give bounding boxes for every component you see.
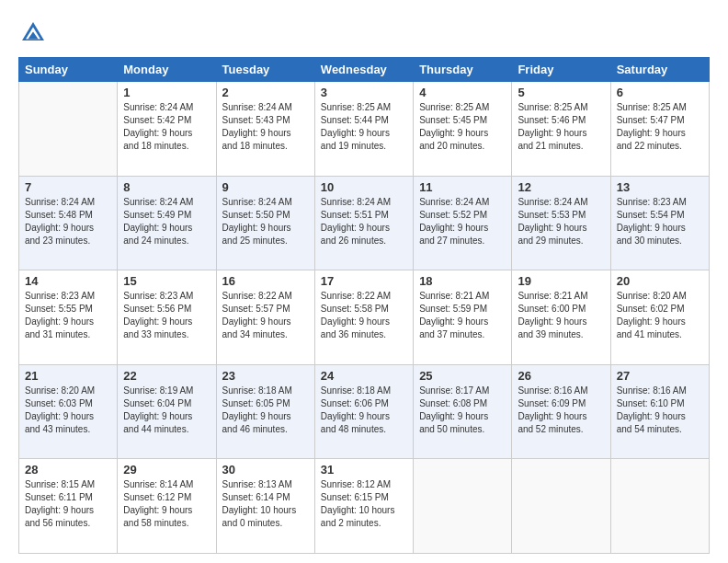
day-number: 13 <box>617 180 703 194</box>
day-number: 14 <box>25 274 111 288</box>
day-info: Sunrise: 8:24 AMSunset: 5:43 PMDaylight:… <box>222 101 309 153</box>
calendar-cell: 4Sunrise: 8:25 AMSunset: 5:45 PMDaylight… <box>414 82 512 177</box>
day-info: Sunrise: 8:25 AMSunset: 5:47 PMDaylight:… <box>617 101 703 153</box>
day-info: Sunrise: 8:25 AMSunset: 5:44 PMDaylight:… <box>321 101 407 153</box>
calendar-cell <box>512 459 610 554</box>
weekday-header-row: SundayMondayTuesdayWednesdayThursdayFrid… <box>19 58 710 82</box>
calendar-cell: 8Sunrise: 8:24 AMSunset: 5:49 PMDaylight… <box>118 176 216 270</box>
weekday-header-cell: Saturday <box>610 58 709 82</box>
calendar-cell: 27Sunrise: 8:16 AMSunset: 6:10 PMDayligh… <box>610 364 709 459</box>
weekday-header-cell: Thursday <box>414 58 512 82</box>
calendar-cell: 25Sunrise: 8:17 AMSunset: 6:08 PMDayligh… <box>414 364 512 459</box>
day-number: 15 <box>123 274 210 288</box>
day-number: 5 <box>518 86 604 99</box>
calendar-cell: 1Sunrise: 8:24 AMSunset: 5:42 PMDaylight… <box>118 82 216 177</box>
day-info: Sunrise: 8:20 AMSunset: 6:03 PMDaylight:… <box>25 385 111 436</box>
day-info: Sunrise: 8:18 AMSunset: 6:06 PMDaylight:… <box>321 385 407 436</box>
day-number: 7 <box>25 180 111 194</box>
day-number: 2 <box>222 86 309 99</box>
calendar-week-row: 21Sunrise: 8:20 AMSunset: 6:03 PMDayligh… <box>19 364 710 459</box>
day-info: Sunrise: 8:23 AMSunset: 5:56 PMDaylight:… <box>123 290 210 341</box>
day-info: Sunrise: 8:24 AMSunset: 5:48 PMDaylight:… <box>25 196 111 247</box>
logo-icon <box>18 18 48 48</box>
calendar-week-row: 28Sunrise: 8:15 AMSunset: 6:11 PMDayligh… <box>19 459 710 554</box>
calendar-cell: 26Sunrise: 8:16 AMSunset: 6:09 PMDayligh… <box>512 364 610 459</box>
calendar-cell: 19Sunrise: 8:21 AMSunset: 6:00 PMDayligh… <box>512 270 610 365</box>
weekday-header-cell: Monday <box>118 58 216 82</box>
weekday-header-cell: Sunday <box>19 58 118 82</box>
day-number: 30 <box>222 463 309 477</box>
day-info: Sunrise: 8:16 AMSunset: 6:10 PMDaylight:… <box>617 385 703 436</box>
day-info: Sunrise: 8:24 AMSunset: 5:51 PMDaylight:… <box>321 196 407 247</box>
day-number: 16 <box>222 274 309 288</box>
day-number: 12 <box>518 180 604 194</box>
page: SundayMondayTuesdayWednesdayThursdayFrid… <box>0 0 728 563</box>
logo <box>18 18 51 48</box>
day-info: Sunrise: 8:21 AMSunset: 5:59 PMDaylight:… <box>419 290 506 341</box>
day-number: 19 <box>518 274 604 288</box>
calendar-cell: 11Sunrise: 8:24 AMSunset: 5:52 PMDayligh… <box>414 176 512 270</box>
calendar-cell: 2Sunrise: 8:24 AMSunset: 5:43 PMDaylight… <box>216 82 314 177</box>
calendar-cell: 22Sunrise: 8:19 AMSunset: 6:04 PMDayligh… <box>118 364 216 459</box>
day-info: Sunrise: 8:23 AMSunset: 5:55 PMDaylight:… <box>25 290 111 341</box>
calendar-week-row: 14Sunrise: 8:23 AMSunset: 5:55 PMDayligh… <box>19 270 710 365</box>
calendar-cell: 13Sunrise: 8:23 AMSunset: 5:54 PMDayligh… <box>610 176 709 270</box>
calendar-week-row: 7Sunrise: 8:24 AMSunset: 5:48 PMDaylight… <box>19 176 710 270</box>
day-number: 8 <box>123 180 210 194</box>
day-number: 28 <box>25 463 111 477</box>
calendar-cell: 15Sunrise: 8:23 AMSunset: 5:56 PMDayligh… <box>118 270 216 365</box>
day-number: 1 <box>123 86 210 99</box>
day-number: 4 <box>419 86 506 99</box>
header <box>18 18 710 48</box>
day-info: Sunrise: 8:15 AMSunset: 6:11 PMDaylight:… <box>25 478 111 530</box>
calendar-cell <box>19 82 118 177</box>
day-info: Sunrise: 8:25 AMSunset: 5:45 PMDaylight:… <box>419 101 506 153</box>
day-number: 27 <box>617 369 703 383</box>
day-number: 6 <box>617 86 703 99</box>
day-number: 18 <box>419 274 506 288</box>
day-info: Sunrise: 8:23 AMSunset: 5:54 PMDaylight:… <box>617 196 703 247</box>
calendar-cell: 14Sunrise: 8:23 AMSunset: 5:55 PMDayligh… <box>19 270 118 365</box>
calendar-cell: 17Sunrise: 8:22 AMSunset: 5:58 PMDayligh… <box>314 270 413 365</box>
day-number: 24 <box>321 369 407 383</box>
calendar-cell: 10Sunrise: 8:24 AMSunset: 5:51 PMDayligh… <box>314 176 413 270</box>
day-info: Sunrise: 8:24 AMSunset: 5:42 PMDaylight:… <box>123 101 210 153</box>
calendar-cell <box>610 459 709 554</box>
day-info: Sunrise: 8:24 AMSunset: 5:50 PMDaylight:… <box>222 196 309 247</box>
calendar-cell: 31Sunrise: 8:12 AMSunset: 6:15 PMDayligh… <box>314 459 413 554</box>
weekday-header-cell: Friday <box>512 58 610 82</box>
calendar-week-row: 1Sunrise: 8:24 AMSunset: 5:42 PMDaylight… <box>19 82 710 177</box>
calendar-cell: 16Sunrise: 8:22 AMSunset: 5:57 PMDayligh… <box>216 270 314 365</box>
calendar-cell: 18Sunrise: 8:21 AMSunset: 5:59 PMDayligh… <box>414 270 512 365</box>
day-number: 26 <box>518 369 604 383</box>
day-info: Sunrise: 8:25 AMSunset: 5:46 PMDaylight:… <box>518 101 604 153</box>
weekday-header-cell: Tuesday <box>216 58 314 82</box>
calendar-cell: 5Sunrise: 8:25 AMSunset: 5:46 PMDaylight… <box>512 82 610 177</box>
calendar-cell <box>414 459 512 554</box>
day-number: 3 <box>321 86 407 99</box>
calendar-cell: 7Sunrise: 8:24 AMSunset: 5:48 PMDaylight… <box>19 176 118 270</box>
calendar-cell: 6Sunrise: 8:25 AMSunset: 5:47 PMDaylight… <box>610 82 709 177</box>
calendar-cell: 20Sunrise: 8:20 AMSunset: 6:02 PMDayligh… <box>610 270 709 365</box>
weekday-header-cell: Wednesday <box>314 58 413 82</box>
day-number: 20 <box>617 274 703 288</box>
day-info: Sunrise: 8:24 AMSunset: 5:53 PMDaylight:… <box>518 196 604 247</box>
calendar-cell: 9Sunrise: 8:24 AMSunset: 5:50 PMDaylight… <box>216 176 314 270</box>
calendar-cell: 21Sunrise: 8:20 AMSunset: 6:03 PMDayligh… <box>19 364 118 459</box>
day-info: Sunrise: 8:19 AMSunset: 6:04 PMDaylight:… <box>123 385 210 436</box>
calendar-cell: 28Sunrise: 8:15 AMSunset: 6:11 PMDayligh… <box>19 459 118 554</box>
day-number: 11 <box>419 180 506 194</box>
day-number: 31 <box>321 463 407 477</box>
calendar-cell: 23Sunrise: 8:18 AMSunset: 6:05 PMDayligh… <box>216 364 314 459</box>
day-info: Sunrise: 8:13 AMSunset: 6:14 PMDaylight:… <box>222 478 309 530</box>
calendar-cell: 12Sunrise: 8:24 AMSunset: 5:53 PMDayligh… <box>512 176 610 270</box>
day-number: 25 <box>419 369 506 383</box>
calendar-table: SundayMondayTuesdayWednesdayThursdayFrid… <box>18 57 710 554</box>
day-number: 9 <box>222 180 309 194</box>
day-number: 10 <box>321 180 407 194</box>
calendar-cell: 29Sunrise: 8:14 AMSunset: 6:12 PMDayligh… <box>118 459 216 554</box>
day-info: Sunrise: 8:20 AMSunset: 6:02 PMDaylight:… <box>617 290 703 341</box>
day-number: 23 <box>222 369 309 383</box>
day-info: Sunrise: 8:12 AMSunset: 6:15 PMDaylight:… <box>321 478 407 530</box>
day-number: 21 <box>25 369 111 383</box>
